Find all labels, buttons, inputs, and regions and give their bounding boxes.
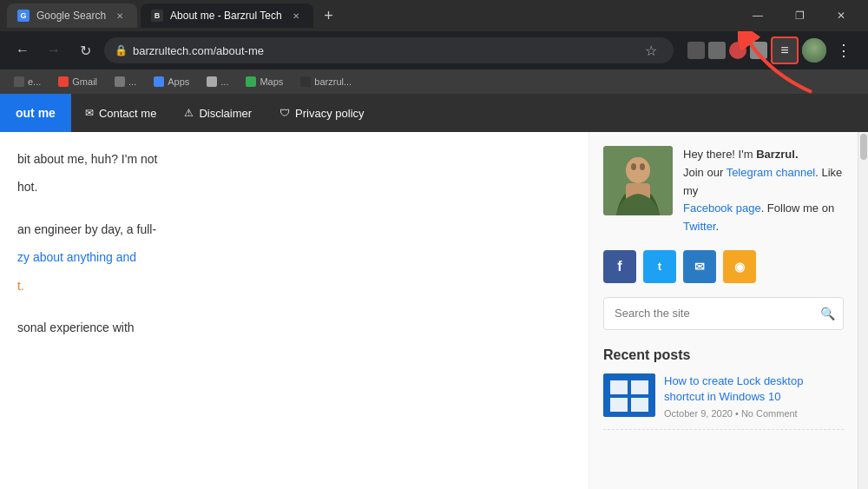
bio-telegram-link[interactable]: Telegram channel bbox=[727, 166, 816, 179]
left-content: bit about me, huh? I'm not hot. an engin… bbox=[0, 132, 589, 489]
bookmark-4[interactable]: Apps bbox=[147, 75, 196, 89]
page-scrollbar[interactable] bbox=[858, 132, 868, 489]
ext-icon-3[interactable] bbox=[729, 42, 746, 59]
new-tab-button[interactable]: + bbox=[317, 3, 341, 28]
twitter-button[interactable]: t bbox=[643, 250, 676, 283]
reload-button[interactable]: ↻ bbox=[73, 38, 97, 63]
main-layout: bit about me, huh? I'm not hot. an engin… bbox=[0, 132, 868, 489]
minimize-button[interactable]: — bbox=[738, 0, 778, 31]
bookmark-3[interactable]: ... bbox=[108, 75, 143, 89]
post-info-1: How to create Lock desktop shortcut in W… bbox=[664, 373, 844, 419]
nav-contact-me[interactable]: ✉ Contact me bbox=[71, 94, 170, 132]
bio-name: Barzrul. bbox=[756, 148, 798, 161]
window-controls: — ❐ ✕ bbox=[738, 0, 861, 31]
tab-about-me[interactable]: B About me - Barzrul Tech ✕ bbox=[141, 3, 313, 28]
bio-facebook-link[interactable]: Facebook page bbox=[683, 202, 761, 215]
tab-title-google: Google Search bbox=[36, 10, 106, 22]
profile-section: Hey there! I'm Barzrul. Join our Telegra… bbox=[603, 146, 844, 236]
svg-point-3 bbox=[626, 157, 650, 183]
page-content: out me ✉ Contact me ⚠ Disclaimer 🛡 Priva… bbox=[0, 94, 868, 489]
left-text-1: bit about me, huh? I'm not bbox=[17, 149, 571, 169]
post-thumb-image-1 bbox=[603, 373, 655, 417]
secure-icon: 🔒 bbox=[115, 44, 128, 56]
post-thumbnail-1 bbox=[603, 373, 655, 417]
left-text-3: an engineer by day, a full- bbox=[17, 220, 571, 239]
shield-nav-icon: 🛡 bbox=[279, 107, 290, 119]
profile-image bbox=[603, 146, 673, 215]
bookmark-barzrul[interactable]: barzrul... bbox=[293, 75, 358, 89]
bookmark-5[interactable]: ... bbox=[200, 75, 235, 89]
profile-icon[interactable] bbox=[802, 38, 826, 63]
bio-telegram-text: Join our bbox=[683, 166, 727, 179]
tab-google-search[interactable]: G Google Search ✕ bbox=[7, 3, 137, 28]
left-text-2: hot. bbox=[17, 177, 571, 196]
email-nav-icon: ✉ bbox=[85, 107, 94, 119]
recent-posts-title: Recent posts bbox=[603, 347, 844, 363]
forward-button[interactable]: → bbox=[42, 38, 66, 63]
rss-button[interactable]: ◉ bbox=[723, 250, 756, 283]
bio-intro: Hey there! I'm bbox=[683, 148, 756, 161]
tab-title-barzrul: About me - Barzrul Tech bbox=[170, 10, 282, 22]
post-item-1: How to create Lock desktop shortcut in W… bbox=[603, 373, 844, 430]
address-bar: ← → ↻ 🔒 barzrultech.com/about-me ☆ ≡ ⋮ bbox=[0, 31, 868, 69]
bookmark-star-icon[interactable]: ☆ bbox=[639, 38, 663, 63]
nav-home-link[interactable]: out me bbox=[0, 94, 71, 132]
bookmark-2[interactable]: Gmail bbox=[51, 75, 104, 89]
nav-disclaimer[interactable]: ⚠ Disclaimer bbox=[170, 94, 266, 132]
bookmark-maps[interactable]: Maps bbox=[239, 75, 290, 89]
social-icons: f t ✉ ◉ bbox=[603, 250, 844, 283]
facebook-button[interactable]: f bbox=[603, 250, 636, 283]
svg-point-5 bbox=[640, 163, 645, 170]
svg-rect-8 bbox=[610, 380, 628, 394]
url-text: barzrultech.com/about-me bbox=[133, 44, 639, 57]
svg-rect-9 bbox=[631, 380, 648, 394]
left-text-5: t. bbox=[17, 276, 571, 295]
ext-icon-1[interactable] bbox=[687, 42, 705, 59]
close-button[interactable]: ✕ bbox=[821, 0, 861, 31]
scrollbar-thumb[interactable] bbox=[860, 134, 867, 160]
toolbar-icons: ≡ ⋮ bbox=[687, 36, 858, 64]
ext-icon-2[interactable] bbox=[708, 42, 726, 59]
tab-bar: G Google Search ✕ B About me - Barzrul T… bbox=[0, 0, 868, 31]
post-title-1[interactable]: How to create Lock desktop shortcut in W… bbox=[664, 373, 844, 405]
reader-view-icon[interactable]: ≡ bbox=[771, 36, 799, 64]
maximize-button[interactable]: ❐ bbox=[779, 0, 819, 31]
bookmarks-bar: e... Gmail ... Apps ... Maps barzrul... bbox=[0, 69, 868, 94]
nav-privacy-policy[interactable]: 🛡 Privacy policy bbox=[266, 94, 378, 132]
ext-icon-4[interactable] bbox=[750, 42, 767, 59]
tab-favicon-barzrul: B bbox=[151, 10, 163, 22]
post-meta-1: October 9, 2020 • No Comment bbox=[664, 408, 844, 419]
warning-nav-icon: ⚠ bbox=[184, 107, 194, 119]
svg-point-4 bbox=[631, 163, 636, 170]
tab-favicon-google: G bbox=[17, 10, 30, 22]
menu-icon[interactable]: ⋮ bbox=[830, 36, 858, 64]
bookmark-1[interactable]: e... bbox=[7, 75, 48, 89]
right-sidebar: Hey there! I'm Barzrul. Join our Telegra… bbox=[589, 132, 858, 489]
profile-bio: Hey there! I'm Barzrul. Join our Telegra… bbox=[683, 146, 844, 236]
search-button[interactable]: 🔍 bbox=[812, 298, 843, 329]
left-text-4: zy about anything and bbox=[17, 248, 571, 267]
url-bar[interactable]: 🔒 barzrultech.com/about-me ☆ bbox=[104, 37, 674, 63]
tab-close-google[interactable]: ✕ bbox=[113, 9, 127, 23]
svg-rect-10 bbox=[610, 398, 628, 412]
svg-rect-11 bbox=[631, 398, 648, 412]
search-input[interactable] bbox=[604, 298, 812, 328]
back-button[interactable]: ← bbox=[10, 38, 35, 63]
site-nav: out me ✉ Contact me ⚠ Disclaimer 🛡 Priva… bbox=[0, 94, 868, 132]
profile-avatar bbox=[603, 146, 673, 215]
bio-twitter-link[interactable]: Twitter bbox=[683, 220, 716, 233]
search-box: 🔍 bbox=[603, 297, 844, 330]
left-text-6: sonal experience with bbox=[17, 318, 571, 337]
tab-close-barzrul[interactable]: ✕ bbox=[289, 9, 303, 23]
email-button[interactable]: ✉ bbox=[683, 250, 716, 283]
